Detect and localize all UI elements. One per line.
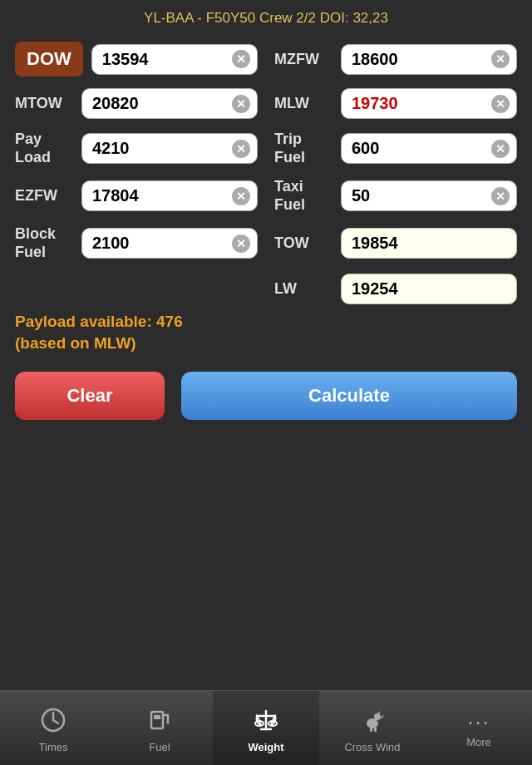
- mzfw-field-wrapper: 18600 ✕: [341, 44, 517, 75]
- mtow-label: MTOW: [15, 95, 81, 112]
- taxi-fuel-value[interactable]: 50: [352, 186, 491, 205]
- tab-weight-label: Weight: [248, 741, 283, 753]
- mzfw-label: MZFW: [274, 51, 341, 68]
- mlw-label: MLW: [274, 95, 341, 112]
- tripfuel-section: Trip Fuel 600 ✕: [266, 131, 517, 166]
- payload-section: Pay Load 4210 ✕: [15, 131, 258, 166]
- row-blockfuel-tow: Block Fuel 2100 ✕ TOW 19854: [15, 225, 517, 261]
- tow-label: TOW: [274, 234, 341, 252]
- taxi-fuel-field-wrapper: 50 ✕: [341, 180, 517, 211]
- main-content: DOW 13594 ✕ MZFW 18600 ✕ MTOW 20820 ✕: [0, 33, 532, 437]
- scale-icon: [253, 707, 279, 738]
- tab-crosswind[interactable]: Cross Wind: [319, 691, 426, 765]
- svg-rect-17: [370, 728, 372, 732]
- mlw-value[interactable]: 19730: [352, 94, 491, 113]
- lw-field-wrapper: 19254: [341, 274, 517, 304]
- payload-clear-icon[interactable]: ✕: [232, 140, 250, 158]
- payload-label: Pay Load: [15, 131, 81, 166]
- lw-label: LW: [274, 280, 341, 298]
- clock-icon: [40, 707, 66, 738]
- dow-clear-icon[interactable]: ✕: [232, 50, 250, 68]
- mlw-field-wrapper: 19730 ✕: [341, 88, 517, 119]
- taxifuel-section: Taxi Fuel 50 ✕: [266, 178, 517, 214]
- dow-value[interactable]: 13594: [102, 50, 232, 69]
- tab-crosswind-label: Cross Wind: [344, 741, 400, 753]
- svg-rect-4: [154, 715, 160, 719]
- trip-fuel-field-wrapper: 600 ✕: [341, 133, 517, 164]
- blockfuel-section: Block Fuel 2100 ✕: [15, 225, 258, 261]
- mzfw-value[interactable]: 18600: [352, 50, 491, 69]
- tab-bar: Times Fuel Weight: [0, 690, 532, 765]
- block-fuel-value[interactable]: 2100: [92, 234, 232, 253]
- svg-line-2: [53, 720, 58, 723]
- mlw-section: MLW 19730 ✕: [266, 88, 517, 119]
- payload-available-info: Payload available: 476(based on MLW): [15, 311, 517, 355]
- fuel-icon: [146, 707, 173, 738]
- trip-fuel-label: Trip Fuel: [274, 131, 341, 166]
- trip-fuel-value[interactable]: 600: [352, 139, 491, 158]
- block-fuel-clear-icon[interactable]: ✕: [232, 234, 250, 253]
- tab-more-label: More: [466, 736, 491, 748]
- ezfw-field-wrapper: 17804 ✕: [81, 180, 258, 211]
- svg-point-14: [374, 713, 381, 720]
- row-dow-mzfw: DOW 13594 ✕ MZFW 18600 ✕: [15, 42, 517, 76]
- tab-times-label: Times: [39, 741, 68, 753]
- page-header: YL-BAA - F50Y50 Crew 2/2 DOI: 32,23: [0, 0, 532, 33]
- dow-section: DOW 13594 ✕: [15, 42, 258, 76]
- payload-value[interactable]: 4210: [92, 139, 232, 158]
- more-icon: ···: [467, 711, 490, 733]
- mtow-value[interactable]: 20820: [92, 94, 232, 113]
- row-payload-tripfuel: Pay Load 4210 ✕ Trip Fuel 600 ✕: [15, 131, 517, 166]
- mtow-clear-icon[interactable]: ✕: [232, 95, 250, 113]
- header-title: YL-BAA - F50Y50 Crew 2/2 DOI: 32,23: [144, 10, 388, 26]
- ezfw-label: EZFW: [15, 187, 81, 205]
- block-fuel-field-wrapper: 2100 ✕: [81, 228, 258, 259]
- row-lw: LW LW 19254: [15, 274, 517, 304]
- calculate-button[interactable]: Calculate: [181, 372, 517, 420]
- svg-rect-18: [374, 728, 377, 732]
- mtow-section: MTOW 20820 ✕: [15, 88, 258, 119]
- tab-times[interactable]: Times: [0, 691, 106, 765]
- ezfw-clear-icon[interactable]: ✕: [232, 187, 250, 205]
- lw-value: 19254: [352, 279, 510, 299]
- tow-value: 19854: [352, 234, 510, 253]
- mlw-clear-icon[interactable]: ✕: [491, 95, 510, 113]
- mtow-field-wrapper: 20820 ✕: [81, 88, 258, 119]
- taxi-fuel-label: Taxi Fuel: [274, 178, 341, 214]
- trip-fuel-clear-icon[interactable]: ✕: [491, 140, 510, 158]
- block-fuel-label: Block Fuel: [15, 225, 81, 261]
- tab-weight[interactable]: Weight: [213, 691, 319, 765]
- tow-field-wrapper: 19854: [341, 228, 517, 259]
- mzfw-clear-icon[interactable]: ✕: [491, 50, 510, 68]
- clear-button[interactable]: Clear: [15, 372, 165, 420]
- svg-marker-16: [381, 715, 384, 718]
- lw-section: LW 19254: [266, 274, 517, 304]
- payload-field-wrapper: 4210 ✕: [81, 133, 258, 164]
- svg-rect-3: [151, 712, 163, 728]
- crosswind-icon: [359, 707, 386, 738]
- dow-label: DOW: [15, 42, 83, 76]
- tab-fuel-label: Fuel: [149, 741, 170, 753]
- tab-fuel[interactable]: Fuel: [106, 691, 213, 765]
- ezfw-section: EZFW 17804 ✕: [15, 180, 258, 211]
- tow-section: TOW 19854: [266, 228, 517, 259]
- svg-point-7: [167, 721, 170, 723]
- taxi-fuel-clear-icon[interactable]: ✕: [491, 187, 510, 205]
- row-mtow-mlw: MTOW 20820 ✕ MLW 19730 ✕: [15, 88, 517, 119]
- tab-more[interactable]: ··· More: [426, 691, 532, 765]
- dow-field-wrapper: 13594 ✕: [91, 44, 258, 75]
- ezfw-value[interactable]: 17804: [92, 186, 232, 205]
- action-buttons: Clear Calculate: [15, 372, 517, 420]
- mzfw-section: MZFW 18600 ✕: [266, 44, 517, 75]
- row-ezfw-taxifuel: EZFW 17804 ✕ Taxi Fuel 50 ✕: [15, 178, 517, 214]
